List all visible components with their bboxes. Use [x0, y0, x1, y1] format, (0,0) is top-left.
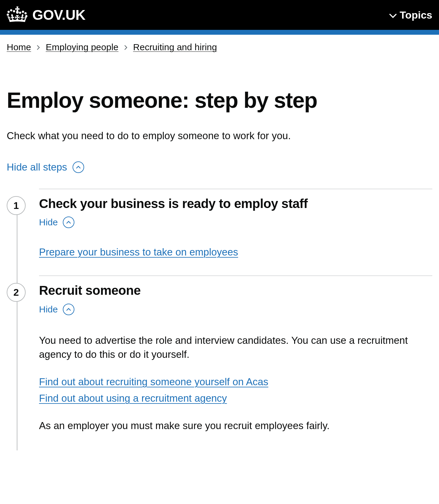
crown-icon: [7, 6, 28, 24]
step-number: 1: [7, 196, 26, 215]
step-1: 1 Check your business is ready to employ…: [7, 189, 432, 276]
breadcrumb: Home Employing people Recruiting and hir…: [7, 35, 432, 55]
step-link[interactable]: Find out about using a recruitment agenc…: [39, 393, 432, 404]
step-list: 1 Check your business is ready to employ…: [7, 189, 432, 450]
step-2: 2 Recruit someone Hide You need to adver…: [7, 276, 432, 450]
chevron-up-icon: [63, 304, 74, 315]
site-name: GOV.UK: [32, 7, 85, 23]
chevron-down-icon: [389, 9, 397, 21]
chevron-up-icon: [73, 161, 84, 173]
divider: [39, 189, 432, 189]
site-logo[interactable]: GOV.UK: [7, 6, 85, 24]
chevron-up-icon: [63, 217, 74, 228]
breadcrumb-item-home[interactable]: Home: [7, 42, 31, 52]
site-header: GOV.UK Topics: [0, 0, 439, 30]
breadcrumb-item-employing-people[interactable]: Employing people: [46, 42, 119, 52]
page-title: Employ someone: step by step: [7, 89, 432, 112]
step-title[interactable]: Check your business is ready to employ s…: [39, 196, 432, 211]
page-intro: Check what you need to do to employ some…: [7, 129, 432, 143]
hide-all-label: Hide all steps: [7, 161, 67, 173]
step-title[interactable]: Recruit someone: [39, 283, 432, 298]
chevron-right-icon: [37, 42, 40, 52]
hide-all-steps[interactable]: Hide all steps: [7, 161, 432, 173]
chevron-right-icon: [124, 42, 128, 52]
divider: [39, 276, 432, 276]
step-link[interactable]: Prepare your business to take on employe…: [39, 246, 432, 258]
breadcrumb-item-recruiting-hiring[interactable]: Recruiting and hiring: [133, 42, 217, 52]
hide-label: Hide: [39, 217, 58, 227]
topics-menu[interactable]: Topics: [389, 9, 432, 21]
hide-label: Hide: [39, 304, 58, 315]
topics-label: Topics: [400, 9, 432, 21]
step-hide-toggle[interactable]: Hide: [39, 304, 432, 315]
step-number: 2: [7, 283, 26, 302]
step-link[interactable]: Find out about recruiting someone yourse…: [39, 376, 432, 388]
step-intro: You need to advertise the role and inter…: [39, 333, 432, 361]
step-hide-toggle[interactable]: Hide: [39, 217, 432, 228]
step-footer-text: As an employer you must make sure you re…: [39, 419, 432, 433]
blue-accent-bar: [0, 30, 439, 35]
